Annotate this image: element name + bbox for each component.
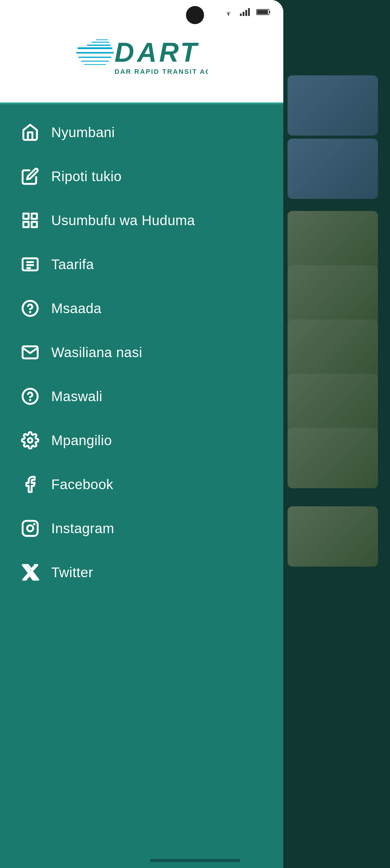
grid-icon xyxy=(18,210,42,231)
status-icons xyxy=(222,7,271,17)
menu-label-instagram: Instagram xyxy=(51,520,114,536)
home-indicator xyxy=(150,859,240,862)
drawer-menu: Nyumbani Ripoti tukio Usumbufu wa Huduma xyxy=(0,104,283,868)
menu-item-wasiliana-nasi[interactable]: Wasiliana nasi xyxy=(0,330,283,374)
wifi-icon xyxy=(222,7,235,17)
svg-point-31 xyxy=(28,438,33,443)
menu-item-facebook[interactable]: Facebook xyxy=(0,462,283,506)
camera-notch xyxy=(186,6,204,24)
edit-icon xyxy=(18,166,42,187)
svg-text:R: R xyxy=(159,37,179,67)
help-circle-icon xyxy=(18,298,42,319)
menu-label-wasiliana-nasi: Wasiliana nasi xyxy=(51,344,142,361)
menu-label-taarifa: Taarifa xyxy=(51,256,94,273)
instagram-icon xyxy=(18,518,42,539)
dart-logo: D A R T DAR RAPID TRANSIT AGENCY xyxy=(76,27,208,82)
svg-rect-1 xyxy=(240,13,242,16)
menu-label-mpangilio: Mpangilio xyxy=(51,432,112,448)
svg-point-0 xyxy=(228,14,229,16)
svg-rect-32 xyxy=(23,521,38,536)
menu-item-maswali[interactable]: Maswali xyxy=(0,374,283,418)
home-icon xyxy=(18,122,42,143)
menu-label-facebook: Facebook xyxy=(51,476,113,493)
svg-rect-23 xyxy=(32,222,37,227)
twitter-x-icon xyxy=(18,562,42,583)
menu-item-ripoti-tukio[interactable]: Ripoti tukio xyxy=(0,154,283,198)
menu-item-usumbufu[interactable]: Usumbufu wa Huduma xyxy=(0,198,283,242)
menu-item-nyumbani[interactable]: Nyumbani xyxy=(0,110,283,154)
svg-rect-20 xyxy=(24,214,29,219)
svg-rect-6 xyxy=(257,10,268,14)
menu-label-nyumbani: Nyumbani xyxy=(51,124,115,141)
svg-rect-3 xyxy=(245,10,247,16)
newspaper-icon xyxy=(18,254,42,275)
svg-rect-22 xyxy=(24,222,29,227)
battery-icon xyxy=(256,8,271,16)
svg-rect-21 xyxy=(32,214,37,219)
menu-item-taarifa[interactable]: Taarifa xyxy=(0,242,283,286)
menu-label-msaada: Msaada xyxy=(51,300,101,316)
svg-text:A: A xyxy=(137,37,157,67)
mail-icon xyxy=(18,342,42,363)
question-icon xyxy=(18,386,42,407)
settings-icon xyxy=(18,430,42,451)
svg-rect-2 xyxy=(243,12,244,16)
menu-item-twitter[interactable]: Twitter xyxy=(0,550,283,594)
svg-text:T: T xyxy=(180,37,199,67)
facebook-icon xyxy=(18,474,42,495)
menu-item-mpangilio[interactable]: Mpangilio xyxy=(0,418,283,462)
menu-label-twitter: Twitter xyxy=(51,564,93,581)
menu-item-instagram[interactable]: Instagram xyxy=(0,506,283,550)
menu-label-usumbufu: Usumbufu wa Huduma xyxy=(51,212,195,228)
svg-text:DAR RAPID TRANSIT AGENCY: DAR RAPID TRANSIT AGENCY xyxy=(115,68,208,75)
status-bar xyxy=(0,0,283,24)
menu-label-ripoti-tukio: Ripoti tukio xyxy=(51,168,122,184)
signal-icon xyxy=(239,7,251,17)
logo-container: D A R T DAR RAPID TRANSIT AGENCY xyxy=(76,27,208,82)
navigation-drawer: D A R T DAR RAPID TRANSIT AGENCY Nyumban… xyxy=(0,0,283,868)
menu-label-maswali: Maswali xyxy=(51,388,102,404)
menu-item-msaada[interactable]: Msaada xyxy=(0,286,283,330)
svg-rect-4 xyxy=(248,8,250,16)
svg-text:D: D xyxy=(115,37,134,67)
